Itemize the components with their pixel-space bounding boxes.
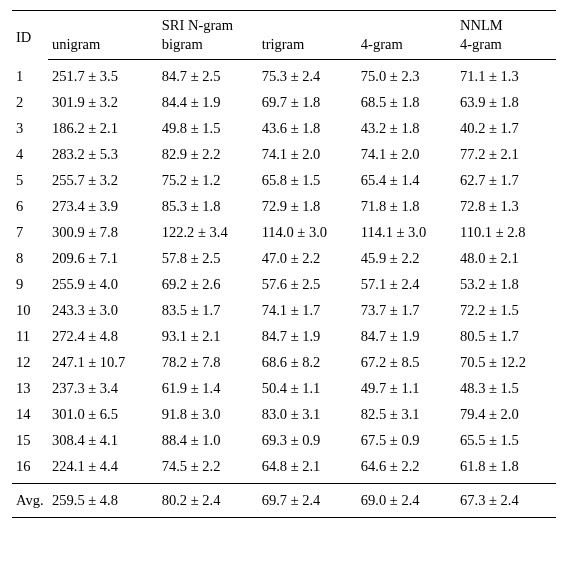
cell-value: 65.4 ± 1.4 <box>357 168 456 194</box>
cell-value: 84.7 ± 1.9 <box>258 324 357 350</box>
row-id: 5 <box>12 168 48 194</box>
cell-value: 186.2 ± 2.1 <box>48 116 158 142</box>
cell-value: 85.3 ± 1.8 <box>158 194 258 220</box>
cell-value: 47.0 ± 2.2 <box>258 246 357 272</box>
cell-value: 63.9 ± 1.8 <box>456 90 556 116</box>
cell-value: 79.4 ± 2.0 <box>456 402 556 428</box>
cell-value: 72.9 ± 1.8 <box>258 194 357 220</box>
cell-value: 74.1 ± 2.0 <box>357 142 456 168</box>
row-id: 2 <box>12 90 48 116</box>
cell-value: 273.4 ± 3.9 <box>48 194 158 220</box>
cell-value: 64.8 ± 2.1 <box>258 454 357 484</box>
cell-value: 255.7 ± 3.2 <box>48 168 158 194</box>
cell-value: 67.5 ± 0.9 <box>357 428 456 454</box>
cell-value: 84.7 ± 2.5 <box>158 60 258 90</box>
cell-value: 67.2 ± 8.5 <box>357 350 456 376</box>
cell-value: 272.4 ± 4.8 <box>48 324 158 350</box>
cell-value: 209.6 ± 7.1 <box>48 246 158 272</box>
cell-value: 300.9 ± 7.8 <box>48 220 158 246</box>
row-id: 13 <box>12 376 48 402</box>
col-4gram: 4-gram <box>357 36 456 60</box>
cell-value: 68.6 ± 8.2 <box>258 350 357 376</box>
cell-value: 69.3 ± 0.9 <box>258 428 357 454</box>
col-unigram: unigram <box>48 36 158 60</box>
cell-value: 61.8 ± 1.8 <box>456 454 556 484</box>
table-row: 16224.1 ± 4.474.5 ± 2.264.8 ± 2.164.6 ± … <box>12 454 556 484</box>
cell-value: 48.0 ± 2.1 <box>456 246 556 272</box>
cell-value: 283.2 ± 5.3 <box>48 142 158 168</box>
cell-value: 93.1 ± 2.1 <box>158 324 258 350</box>
cell-value: 45.9 ± 2.2 <box>357 246 456 272</box>
cell-value: 255.9 ± 4.0 <box>48 272 158 298</box>
cell-value: 75.3 ± 2.4 <box>258 60 357 90</box>
cell-value: 57.1 ± 2.4 <box>357 272 456 298</box>
cell-value: 247.1 ± 10.7 <box>48 350 158 376</box>
cell-value: 68.5 ± 1.8 <box>357 90 456 116</box>
row-id: 3 <box>12 116 48 142</box>
col-nnlm-4gram: 4-gram <box>456 36 556 60</box>
table-row: 13237.3 ± 3.461.9 ± 1.450.4 ± 1.149.7 ± … <box>12 376 556 402</box>
cell-value: 75.2 ± 1.2 <box>158 168 258 194</box>
cell-value: 50.4 ± 1.1 <box>258 376 357 402</box>
cell-value: 43.2 ± 1.8 <box>357 116 456 142</box>
row-id: 15 <box>12 428 48 454</box>
cell-value: 74.1 ± 1.7 <box>258 298 357 324</box>
row-id: 7 <box>12 220 48 246</box>
cell-value: 224.1 ± 4.4 <box>48 454 158 484</box>
table-row: 6273.4 ± 3.985.3 ± 1.872.9 ± 1.871.8 ± 1… <box>12 194 556 220</box>
cell-value: 110.1 ± 2.8 <box>456 220 556 246</box>
cell-value: 65.5 ± 1.5 <box>456 428 556 454</box>
cell-value: 49.8 ± 1.5 <box>158 116 258 142</box>
cell-value: 91.8 ± 3.0 <box>158 402 258 428</box>
row-id: 14 <box>12 402 48 428</box>
footer-label: Avg. <box>12 484 48 518</box>
cell-value: 57.8 ± 2.5 <box>158 246 258 272</box>
col-trigram: trigram <box>258 36 357 60</box>
table-row: 9255.9 ± 4.069.2 ± 2.657.6 ± 2.557.1 ± 2… <box>12 272 556 298</box>
row-id: 4 <box>12 142 48 168</box>
cell-value: 84.4 ± 1.9 <box>158 90 258 116</box>
table-row: 15308.4 ± 4.188.4 ± 1.069.3 ± 0.967.5 ± … <box>12 428 556 454</box>
cell-value: 57.6 ± 2.5 <box>258 272 357 298</box>
cell-value: 243.3 ± 3.0 <box>48 298 158 324</box>
cell-value: 301.0 ± 6.5 <box>48 402 158 428</box>
cell-value: 71.1 ± 1.3 <box>456 60 556 90</box>
cell-value: 84.7 ± 1.9 <box>357 324 456 350</box>
col-bigram: bigram <box>158 36 258 60</box>
results-table: ID SRI N-gram NNLM unigram bigram trigra… <box>12 10 556 518</box>
cell-value: 69.2 ± 2.6 <box>158 272 258 298</box>
cell-value: 72.2 ± 1.5 <box>456 298 556 324</box>
footer-cell: 259.5 ± 4.8 <box>48 484 158 518</box>
cell-value: 83.0 ± 3.1 <box>258 402 357 428</box>
cell-value: 114.1 ± 3.0 <box>357 220 456 246</box>
row-id: 12 <box>12 350 48 376</box>
cell-value: 48.3 ± 1.5 <box>456 376 556 402</box>
cell-value: 237.3 ± 3.4 <box>48 376 158 402</box>
cell-value: 80.5 ± 1.7 <box>456 324 556 350</box>
cell-value: 72.8 ± 1.3 <box>456 194 556 220</box>
row-id: 8 <box>12 246 48 272</box>
footer-cell: 69.0 ± 2.4 <box>357 484 456 518</box>
table-row: 7300.9 ± 7.8122.2 ± 3.4114.0 ± 3.0114.1 … <box>12 220 556 246</box>
cell-value: 74.1 ± 2.0 <box>258 142 357 168</box>
cell-value: 64.6 ± 2.2 <box>357 454 456 484</box>
table-row: 2301.9 ± 3.284.4 ± 1.969.7 ± 1.868.5 ± 1… <box>12 90 556 116</box>
cell-value: 251.7 ± 3.5 <box>48 60 158 90</box>
table-row: 8209.6 ± 7.157.8 ± 2.547.0 ± 2.245.9 ± 2… <box>12 246 556 272</box>
table-row: 4283.2 ± 5.382.9 ± 2.274.1 ± 2.074.1 ± 2… <box>12 142 556 168</box>
table-row: 10243.3 ± 3.083.5 ± 1.774.1 ± 1.773.7 ± … <box>12 298 556 324</box>
row-id: 11 <box>12 324 48 350</box>
header-group-nnlm: NNLM <box>456 11 556 37</box>
cell-value: 43.6 ± 1.8 <box>258 116 357 142</box>
cell-value: 65.8 ± 1.5 <box>258 168 357 194</box>
cell-value: 71.8 ± 1.8 <box>357 194 456 220</box>
cell-value: 73.7 ± 1.7 <box>357 298 456 324</box>
footer-cell: 69.7 ± 2.4 <box>258 484 357 518</box>
footer-cell: 67.3 ± 2.4 <box>456 484 556 518</box>
row-id: 9 <box>12 272 48 298</box>
cell-value: 88.4 ± 1.0 <box>158 428 258 454</box>
table-row: 5255.7 ± 3.275.2 ± 1.265.8 ± 1.565.4 ± 1… <box>12 168 556 194</box>
cell-value: 53.2 ± 1.8 <box>456 272 556 298</box>
row-id: 16 <box>12 454 48 484</box>
row-id: 1 <box>12 60 48 90</box>
